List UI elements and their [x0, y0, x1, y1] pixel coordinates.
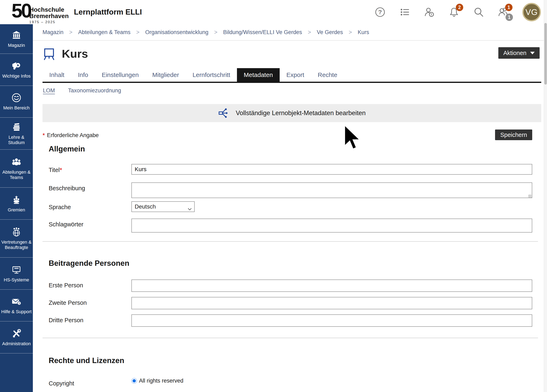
breadcrumb-link[interactable]: Organisationsentwicklung	[145, 29, 208, 35]
tab-bar: Inhalt Info Einstellungen Mitglieder Ler…	[42, 68, 541, 83]
course-easel-icon	[42, 47, 56, 60]
chevron-right-icon: >	[308, 29, 311, 35]
header-icon-bar: ? 2	[375, 0, 541, 24]
app-title: Lernplattform ELLI	[74, 8, 142, 16]
keywords-input[interactable]	[131, 219, 532, 233]
sidebar-item-label: Abteilungen & Teams	[1, 169, 32, 180]
section-heading-rechte-lizenzen: Rechte und Lizenzen	[49, 356, 541, 365]
svg-text:***: ***	[14, 267, 19, 271]
logo-name-line1: Hochschule	[29, 6, 64, 13]
contacts-icon[interactable]: 1 1	[498, 7, 509, 18]
chevron-right-icon: >	[69, 29, 73, 35]
svg-text:?: ?	[378, 9, 382, 15]
vertical-scrollbar[interactable]	[544, 0, 547, 392]
sidebar-item-label: Wichtige Infos	[2, 74, 31, 79]
logo-years: 1975 – 2025	[29, 20, 69, 24]
monitor-icon: ***	[11, 264, 21, 275]
contacts-badge-secondary: 1	[506, 14, 513, 21]
sidebar-item-administration[interactable]: Administration	[0, 321, 33, 353]
section-heading-allgemein: Allgemein	[49, 145, 541, 153]
breadcrumb-link[interactable]: Bildung/Wissen/ELLI Ve Gerdes	[223, 29, 302, 35]
sidebar-item-label: Gremien	[8, 207, 25, 213]
mail-help-icon: ?	[11, 296, 21, 307]
language-selected-value: Deutsch	[135, 203, 156, 210]
chevron-right-icon: >	[214, 29, 218, 35]
chevron-down-icon	[188, 205, 192, 212]
group-icon	[11, 157, 21, 167]
sidebar-item-mein-bereich[interactable]: Mein Bereich	[0, 86, 33, 118]
contacts-badge-new: 1	[505, 4, 513, 11]
books-icon	[11, 122, 21, 132]
tab-metadaten[interactable]: Metadaten	[237, 68, 280, 82]
main-sidebar: Magazin Wichtige Infos Mein Bereich	[0, 24, 33, 392]
page-title: Kurs	[62, 47, 88, 60]
breadcrumb: Magazin > Abteilungen & Teams > Organisa…	[33, 24, 544, 41]
tab-inhalt[interactable]: Inhalt	[42, 68, 71, 82]
breadcrumb-link-current[interactable]: Kurs	[358, 29, 369, 35]
third-person-label: Dritte Person	[42, 314, 131, 327]
second-person-input[interactable]	[131, 297, 532, 309]
university-logo[interactable]: 50 Hochschule Bremerhaven 1975 – 2025	[12, 1, 69, 24]
first-person-label: Erste Person	[42, 279, 131, 292]
actions-button[interactable]: Aktionen	[498, 47, 540, 59]
language-select[interactable]: Deutsch	[131, 201, 195, 212]
sidebar-item-label: Vertretungen & Beauftragte	[1, 239, 32, 250]
search-icon[interactable]	[473, 7, 484, 18]
required-asterisk: *	[42, 132, 45, 139]
description-textarea[interactable]	[131, 182, 532, 198]
subtab-bar: LOM Taxonomiezuordnung	[42, 88, 541, 94]
copyright-field-label: Copyright	[42, 378, 131, 387]
sidebar-item-gremien[interactable]: Gremien	[0, 188, 33, 220]
tab-rechte[interactable]: Rechte	[311, 68, 344, 82]
avatar[interactable]: VG	[522, 3, 541, 21]
section-divider	[42, 338, 538, 338]
first-person-input[interactable]	[131, 279, 532, 292]
save-button[interactable]: Speichern	[495, 129, 532, 140]
sidebar-item-label: Administration	[2, 341, 31, 346]
sidebar-item-hs-systeme[interactable]: *** HS-Systeme	[0, 257, 33, 290]
help-icon[interactable]: ?	[375, 7, 386, 18]
notifications-bell-icon[interactable]: 2	[448, 7, 459, 18]
breadcrumb-link[interactable]: Magazin	[42, 29, 63, 35]
copyright-radio[interactable]	[131, 378, 137, 384]
sidebar-item-magazin[interactable]: Magazin	[0, 24, 33, 54]
scrollbar-thumb[interactable]	[544, 23, 547, 85]
bank-icon	[11, 30, 21, 40]
sidebar-filler	[0, 353, 33, 392]
svg-text:?: ?	[18, 302, 20, 305]
tab-einstellungen[interactable]: Einstellungen	[95, 68, 145, 82]
sidebar-item-hilfe-support[interactable]: ? Hilfe & Support	[0, 290, 33, 321]
tab-lernfortschritt[interactable]: Lernfortschritt	[186, 68, 237, 82]
globe-people-icon	[11, 227, 21, 237]
breadcrumb-link[interactable]: Abteilungen & Teams	[78, 29, 130, 35]
section-heading-beitragende-personen: Beitragende Personen	[49, 259, 541, 268]
todo-list-icon[interactable]	[399, 7, 410, 18]
breadcrumb-link[interactable]: Ve Gerdes	[317, 29, 343, 35]
sidebar-item-lehre-studium[interactable]: Lehre & Studium	[0, 118, 33, 150]
sidebar-item-abteilungen-teams[interactable]: Abteilungen & Teams	[0, 150, 33, 188]
edit-full-metadata-banner[interactable]: Vollständige Lernobjekt-Metadaten bearbe…	[42, 104, 541, 122]
sidebar-item-label: HS-Systeme	[4, 277, 29, 283]
copyright-option-label: All rights reserved	[139, 378, 183, 384]
keywords-field-label: Schlagwörter	[42, 219, 131, 233]
sidebar-item-wichtige-infos[interactable]: Wichtige Infos	[0, 54, 33, 86]
sidebar-item-label: Magazin	[8, 43, 25, 48]
sidebar-item-vertretungen-beauftragte[interactable]: Vertretungen & Beauftragte	[0, 220, 33, 257]
tab-export[interactable]: Export	[280, 68, 311, 82]
user-status-icon[interactable]	[424, 7, 435, 18]
subtab-taxonomiezuordnung[interactable]: Taxonomiezuordnung	[68, 88, 121, 94]
subtab-lom[interactable]: LOM	[43, 88, 55, 94]
third-person-input[interactable]	[131, 314, 532, 327]
title-field-label: Titel*	[42, 164, 131, 175]
title-input[interactable]	[131, 164, 532, 175]
notifications-badge: 2	[456, 4, 463, 11]
tab-mitglieder[interactable]: Mitglieder	[146, 68, 186, 82]
smiley-icon	[11, 93, 21, 103]
main-content-area: Magazin > Abteilungen & Teams > Organisa…	[33, 24, 544, 392]
section-divider	[42, 241, 538, 242]
logo-50: 50	[12, 1, 31, 20]
caret-down-icon	[530, 52, 535, 54]
sidebar-item-label: Lehre & Studium	[1, 135, 32, 145]
required-asterisk: *	[60, 166, 62, 173]
tab-info[interactable]: Info	[71, 68, 95, 82]
